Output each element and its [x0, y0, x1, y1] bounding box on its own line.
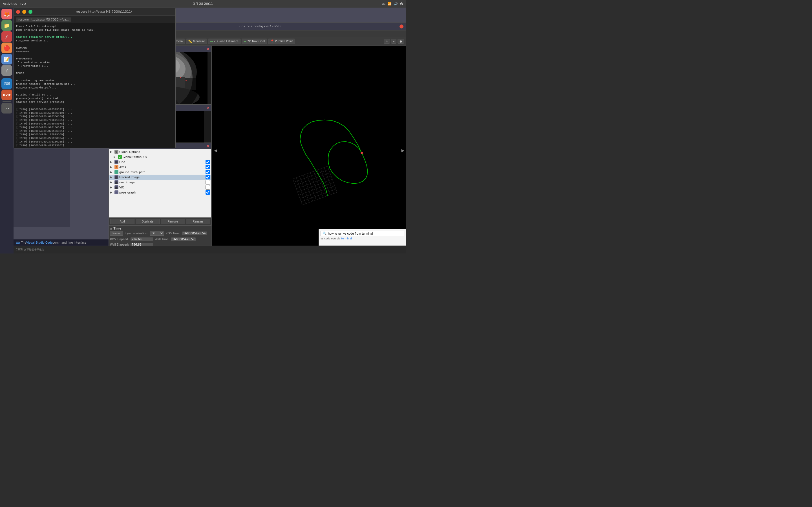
ground-truth-checkbox[interactable]	[206, 170, 210, 174]
rviz-close-btn[interactable]	[400, 24, 403, 29]
pose-graph-checkbox[interactable]	[206, 190, 210, 194]
vio-label: VIO	[119, 186, 206, 189]
ros-time-label: ROS Time:	[166, 232, 181, 235]
search-result-link[interactable]: terminal	[341, 237, 352, 240]
search-input-row: 🔍	[320, 231, 404, 236]
dock-app1[interactable]: ⚡	[1, 31, 12, 42]
rviz-3d-viewport[interactable]: ◀ ▶ 31 fps	[212, 46, 406, 253]
expand-arrow5: ▶	[110, 171, 114, 173]
axes-label: Axes	[119, 166, 206, 169]
sync-select[interactable]: Off Exact	[150, 231, 164, 236]
toolbar-extra1[interactable]: +	[384, 39, 390, 44]
desktop: 🦊 📁 ⚡ 🔴 📝 ? ⌨ RViz ⋯ 📦 round-301.bag 🗜 v…	[0, 8, 406, 253]
display-item-vio[interactable]: ▶ ▦ VIO	[109, 185, 211, 190]
activities-label[interactable]: Activities	[3, 2, 17, 6]
dock-rviz[interactable]: RViz	[1, 90, 12, 100]
toolbar-2d-pose[interactable]: → 2D Pose Estimate	[208, 39, 241, 44]
terminal-line: ROS_MASTER_URI=http://...	[16, 86, 173, 90]
axes-checkbox[interactable]	[206, 165, 210, 169]
terminal-close-btn[interactable]	[16, 10, 20, 14]
expand-arrow2: ▶	[114, 156, 117, 158]
vscode-text-suffix: command-line interface	[53, 241, 86, 244]
time-title: Time	[114, 227, 121, 230]
terminal-maximize-btn[interactable]	[29, 10, 33, 14]
rename-button[interactable]: Rename	[186, 219, 210, 224]
terminal-line: started roslaunch server http://...	[16, 36, 173, 39]
toolbar-extra3[interactable]: ●	[398, 39, 404, 44]
search-icon: 🔍	[322, 231, 327, 235]
ros-time-value: 1680005476.54	[182, 231, 207, 235]
terminal-line: process[master]: started with pid ...	[16, 82, 173, 86]
toolbar-2d-nav-label: 2D Nav Goal	[247, 40, 265, 43]
dock-files[interactable]: 📁	[1, 20, 12, 31]
display-item-pose-graph[interactable]: ▶ 〰 pose_graph	[109, 190, 211, 195]
search-overlay: 🔍 vs code overvic terminal	[319, 229, 406, 245]
terminal-title: roscore http://sysu-MS-7D30:11311/	[35, 10, 173, 13]
terminal-line: [ INFO] [1680004938.476323822]: ...	[16, 108, 173, 112]
search-result: vs code overvic terminal	[320, 237, 404, 240]
system-bar-right: us 📶 🔊 ⏻	[382, 2, 403, 6]
dock-firefox[interactable]: 🦊	[1, 9, 12, 19]
toolbar-measure[interactable]: 📏 Measure	[186, 39, 207, 44]
sync-label: Synchronization:	[124, 232, 148, 235]
toolbar-publish-point[interactable]: 📍 Publish Point	[268, 39, 295, 44]
terminal-line: ros_comm version 1...	[16, 39, 173, 43]
terminal-body[interactable]: Press Ctrl-C to interrupt Done checking …	[14, 23, 175, 148]
pose-graph-label: pose_graph	[119, 191, 206, 194]
tracked-image-checkbox[interactable]	[206, 175, 210, 179]
terminal-minimize-btn[interactable]	[22, 10, 26, 14]
add-button[interactable]: Add	[110, 219, 135, 224]
keyboard-indicator: us	[382, 2, 386, 6]
measure-icon: 📏	[188, 40, 192, 43]
terminal-line	[16, 104, 173, 108]
search-result-text: vs code overvic	[320, 237, 341, 240]
toolbar-extra2[interactable]: –	[391, 39, 396, 44]
loop-match-close[interactable]: ✕	[207, 106, 209, 110]
display-item-global-options[interactable]: ▶ ⚙ Global Options	[109, 149, 211, 154]
svg-text:▶: ▶	[402, 148, 405, 153]
display-item-global-status[interactable]: ▶ ✓ Global Status: Ok	[109, 154, 211, 159]
displays-body: ▶ ⚙ Global Options ▶ ✓ Global Status: Ok	[109, 149, 211, 217]
toolbar-2d-nav[interactable]: → 2D Nav Goal	[242, 39, 267, 44]
expand-arrow9: ▶	[110, 191, 114, 194]
raw-image-checkbox[interactable]	[206, 180, 210, 184]
terminal-window: roscore http://sysu-MS-7D30:11311/ rosco…	[13, 8, 175, 149]
dock-ubuntu[interactable]: 🔴	[1, 43, 12, 53]
global-options-icon: ⚙	[114, 150, 118, 154]
display-item-axes[interactable]: ▶ ↗ Axes	[109, 165, 211, 170]
dock-apps[interactable]: ⋯	[1, 103, 12, 114]
duplicate-button[interactable]: Duplicate	[136, 219, 160, 224]
app-indicator: rviz	[20, 2, 26, 6]
terminal-titlebar: roscore http://sysu-MS-7D30:11311/	[14, 8, 175, 16]
pause-button[interactable]: Pause	[110, 231, 123, 236]
toolbar-publish-point-label: Publish Point	[275, 40, 293, 43]
dock-vscode[interactable]: ⌨	[1, 78, 12, 89]
remove-button[interactable]: Remove	[161, 219, 185, 224]
search-input[interactable]	[328, 232, 402, 235]
svg-point-15	[180, 77, 181, 78]
terminal-tab-1[interactable]: roscore http://sysu-MS-7D30:~/ca...	[16, 17, 71, 22]
display-item-grid[interactable]: ▶ ▦ Grid	[109, 159, 211, 165]
dock-app2[interactable]: 📝	[1, 54, 12, 64]
vio-checkbox[interactable]	[206, 185, 210, 189]
ros-elapsed-label: ROS Elapsed:	[110, 238, 129, 241]
displays-panel: ▣ Displays ✕ ▶ ⚙ Global Options ▶	[109, 143, 211, 226]
dock-separator	[3, 77, 11, 77]
bottom-system-bar: CSDN @不进前十不改名	[13, 245, 406, 253]
time-controls: Pause Synchronization: Off Exact ROS Tim…	[110, 231, 210, 246]
tracked-image-close[interactable]: ✕	[207, 47, 209, 51]
viewport-3d-content: ◀ ▶ 31 fps	[212, 46, 406, 253]
terminal-line: [ INFO] [1680004939.479773202]: ...	[16, 144, 173, 147]
tracked-image-disp-label: tracked Image	[119, 176, 206, 179]
wall-time-label: Wall Time:	[155, 238, 169, 241]
vscode-link[interactable]: Visual Studio Code	[26, 241, 53, 244]
expand-arrow4: ▶	[110, 166, 114, 168]
svg-text:◀: ◀	[214, 148, 217, 153]
display-item-ground-truth[interactable]: ▶ 〰 ground_truth_path	[109, 170, 211, 175]
displays-close[interactable]: ✕	[207, 144, 209, 148]
display-item-tracked-image[interactable]: ▶ ▦ tracked Image	[109, 175, 211, 180]
terminal-line: setting /run_id to ...	[16, 93, 173, 97]
dock-help[interactable]: ?	[1, 65, 12, 76]
grid-checkbox[interactable]	[206, 160, 210, 164]
display-item-raw-image[interactable]: ▶ ▦ raw_image	[109, 180, 211, 185]
